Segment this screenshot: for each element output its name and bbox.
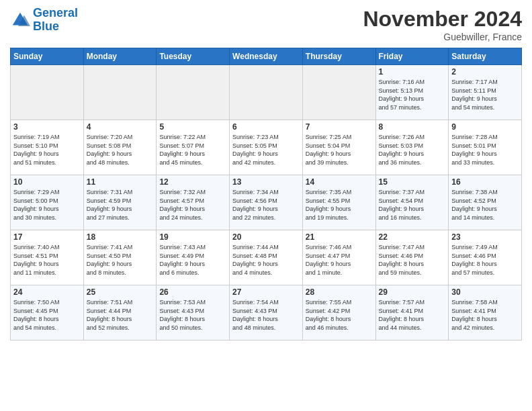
day-cell: 21Sunrise: 7:46 AM Sunset: 4:47 PM Dayli… (302, 230, 375, 285)
day-cell: 8Sunrise: 7:26 AM Sunset: 5:03 PM Daylig… (375, 120, 449, 175)
header-cell-saturday: Saturday (449, 48, 522, 65)
day-number: 23 (451, 232, 519, 242)
day-number: 12 (159, 177, 226, 187)
day-cell: 27Sunrise: 7:54 AM Sunset: 4:43 PM Dayli… (230, 285, 303, 340)
day-cell (302, 65, 375, 120)
week-row-2: 10Sunrise: 7:29 AM Sunset: 5:00 PM Dayli… (11, 175, 522, 230)
day-info: Sunrise: 7:40 AM Sunset: 4:51 PM Dayligh… (13, 243, 81, 277)
title-block: November 2024 Guebwiller, France (363, 7, 522, 42)
location: Guebwiller, France (363, 32, 522, 42)
main-container: General Blue November 2024 Guebwiller, F… (0, 0, 532, 347)
day-cell: 16Sunrise: 7:38 AM Sunset: 4:52 PM Dayli… (449, 175, 522, 230)
day-number: 18 (87, 232, 154, 242)
day-cell (83, 65, 157, 120)
day-cell: 9Sunrise: 7:28 AM Sunset: 5:01 PM Daylig… (449, 120, 522, 175)
day-info: Sunrise: 7:38 AM Sunset: 4:52 PM Dayligh… (451, 188, 519, 222)
day-number: 14 (306, 177, 373, 187)
header-cell-thursday: Thursday (302, 48, 375, 65)
day-info: Sunrise: 7:54 AM Sunset: 4:43 PM Dayligh… (232, 298, 300, 332)
header: General Blue November 2024 Guebwiller, F… (10, 7, 522, 42)
day-info: Sunrise: 7:57 AM Sunset: 4:41 PM Dayligh… (379, 298, 446, 332)
day-info: Sunrise: 7:43 AM Sunset: 4:49 PM Dayligh… (159, 243, 226, 277)
day-info: Sunrise: 7:16 AM Sunset: 5:13 PM Dayligh… (379, 78, 446, 111)
day-number: 3 (13, 122, 81, 132)
header-cell-wednesday: Wednesday (230, 48, 303, 65)
day-cell: 4Sunrise: 7:20 AM Sunset: 5:08 PM Daylig… (83, 120, 157, 175)
day-cell: 26Sunrise: 7:53 AM Sunset: 4:43 PM Dayli… (157, 285, 230, 340)
day-info: Sunrise: 7:55 AM Sunset: 4:42 PM Dayligh… (306, 298, 373, 332)
day-number: 29 (379, 287, 446, 297)
day-number: 22 (379, 232, 446, 242)
day-number: 6 (232, 122, 300, 132)
day-number: 28 (306, 287, 373, 297)
month-title: November 2024 (363, 7, 522, 32)
day-info: Sunrise: 7:47 AM Sunset: 4:46 PM Dayligh… (379, 243, 446, 277)
day-number: 26 (159, 287, 226, 297)
day-info: Sunrise: 7:51 AM Sunset: 4:44 PM Dayligh… (87, 298, 154, 332)
week-row-4: 24Sunrise: 7:50 AM Sunset: 4:45 PM Dayli… (11, 285, 522, 340)
day-number: 30 (451, 287, 519, 297)
day-info: Sunrise: 7:19 AM Sunset: 5:10 PM Dayligh… (13, 133, 81, 167)
day-info: Sunrise: 7:49 AM Sunset: 4:46 PM Dayligh… (451, 243, 519, 277)
day-cell (157, 65, 230, 120)
day-info: Sunrise: 7:53 AM Sunset: 4:43 PM Dayligh… (159, 298, 226, 332)
day-number: 7 (306, 122, 373, 132)
day-info: Sunrise: 7:31 AM Sunset: 4:59 PM Dayligh… (87, 188, 154, 222)
day-cell: 1Sunrise: 7:16 AM Sunset: 5:13 PM Daylig… (375, 65, 449, 120)
day-cell (230, 65, 303, 120)
logo-text: General Blue (33, 7, 78, 34)
day-cell: 7Sunrise: 7:25 AM Sunset: 5:04 PM Daylig… (302, 120, 375, 175)
day-number: 13 (232, 177, 300, 187)
day-info: Sunrise: 7:58 AM Sunset: 4:41 PM Dayligh… (451, 298, 519, 332)
day-cell: 23Sunrise: 7:49 AM Sunset: 4:46 PM Dayli… (449, 230, 522, 285)
day-number: 27 (232, 287, 300, 297)
day-number: 16 (451, 177, 519, 187)
day-cell: 13Sunrise: 7:34 AM Sunset: 4:56 PM Dayli… (230, 175, 303, 230)
week-row-0: 1Sunrise: 7:16 AM Sunset: 5:13 PM Daylig… (11, 65, 522, 120)
day-info: Sunrise: 7:29 AM Sunset: 5:00 PM Dayligh… (13, 188, 81, 222)
day-cell: 14Sunrise: 7:35 AM Sunset: 4:55 PM Dayli… (302, 175, 375, 230)
day-info: Sunrise: 7:37 AM Sunset: 4:54 PM Dayligh… (379, 188, 446, 222)
day-cell: 18Sunrise: 7:41 AM Sunset: 4:50 PM Dayli… (83, 230, 157, 285)
day-number: 11 (87, 177, 154, 187)
day-info: Sunrise: 7:23 AM Sunset: 5:05 PM Dayligh… (232, 133, 300, 167)
day-number: 21 (306, 232, 373, 242)
day-cell: 29Sunrise: 7:57 AM Sunset: 4:41 PM Dayli… (375, 285, 449, 340)
day-info: Sunrise: 7:26 AM Sunset: 5:03 PM Dayligh… (379, 133, 446, 167)
day-cell: 19Sunrise: 7:43 AM Sunset: 4:49 PM Dayli… (157, 230, 230, 285)
day-number: 25 (87, 287, 154, 297)
day-number: 10 (13, 177, 81, 187)
calendar-header: SundayMondayTuesdayWednesdayThursdayFrid… (11, 48, 522, 65)
week-row-1: 3Sunrise: 7:19 AM Sunset: 5:10 PM Daylig… (11, 120, 522, 175)
day-number: 19 (159, 232, 226, 242)
day-info: Sunrise: 7:28 AM Sunset: 5:01 PM Dayligh… (451, 133, 519, 167)
calendar-body: 1Sunrise: 7:16 AM Sunset: 5:13 PM Daylig… (11, 65, 522, 340)
day-cell: 6Sunrise: 7:23 AM Sunset: 5:05 PM Daylig… (230, 120, 303, 175)
day-number: 5 (159, 122, 226, 132)
day-number: 20 (232, 232, 300, 242)
day-info: Sunrise: 7:44 AM Sunset: 4:48 PM Dayligh… (232, 243, 300, 277)
day-info: Sunrise: 7:22 AM Sunset: 5:07 PM Dayligh… (159, 133, 226, 167)
day-cell: 30Sunrise: 7:58 AM Sunset: 4:41 PM Dayli… (449, 285, 522, 340)
day-cell: 24Sunrise: 7:50 AM Sunset: 4:45 PM Dayli… (11, 285, 84, 340)
day-number: 1 (379, 67, 446, 77)
day-cell: 28Sunrise: 7:55 AM Sunset: 4:42 PM Dayli… (302, 285, 375, 340)
day-cell: 11Sunrise: 7:31 AM Sunset: 4:59 PM Dayli… (83, 175, 157, 230)
day-cell: 17Sunrise: 7:40 AM Sunset: 4:51 PM Dayli… (11, 230, 84, 285)
day-info: Sunrise: 7:46 AM Sunset: 4:47 PM Dayligh… (306, 243, 373, 277)
day-cell: 15Sunrise: 7:37 AM Sunset: 4:54 PM Dayli… (375, 175, 449, 230)
day-number: 24 (13, 287, 81, 297)
header-cell-monday: Monday (83, 48, 157, 65)
logo-icon (10, 10, 30, 30)
header-cell-sunday: Sunday (11, 48, 84, 65)
day-number: 9 (451, 122, 519, 132)
calendar-table: SundayMondayTuesdayWednesdayThursdayFrid… (10, 48, 522, 340)
day-info: Sunrise: 7:20 AM Sunset: 5:08 PM Dayligh… (87, 133, 154, 167)
day-number: 15 (379, 177, 446, 187)
day-cell: 10Sunrise: 7:29 AM Sunset: 5:00 PM Dayli… (11, 175, 84, 230)
day-cell (11, 65, 84, 120)
day-info: Sunrise: 7:25 AM Sunset: 5:04 PM Dayligh… (306, 133, 373, 167)
day-cell: 20Sunrise: 7:44 AM Sunset: 4:48 PM Dayli… (230, 230, 303, 285)
header-row: SundayMondayTuesdayWednesdayThursdayFrid… (11, 48, 522, 65)
day-cell: 12Sunrise: 7:32 AM Sunset: 4:57 PM Dayli… (157, 175, 230, 230)
